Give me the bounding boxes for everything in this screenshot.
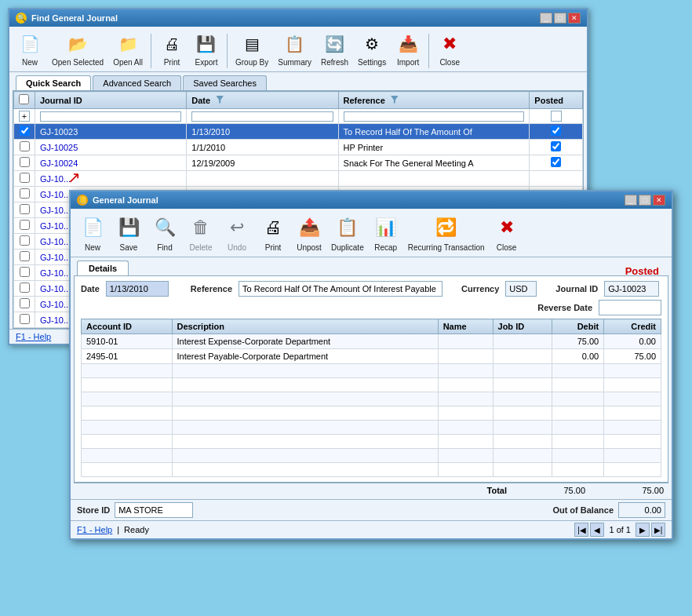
posted-filter-checkbox[interactable] xyxy=(551,111,562,122)
cell-reference: HP Printer xyxy=(338,140,530,155)
transaction-table: Account ID Description Name Job ID Debit… xyxy=(81,319,661,477)
row-checkbox[interactable] xyxy=(20,157,30,167)
toolbar-import[interactable]: 📥 Import xyxy=(392,30,424,68)
filter-reference-input[interactable] xyxy=(344,111,525,122)
posted-checkbox[interactable] xyxy=(551,126,561,136)
row-checkbox[interactable] xyxy=(20,188,30,199)
cell-journal-id: GJ-10023 xyxy=(35,124,187,140)
toolbar-export[interactable]: 💾 Export xyxy=(191,30,222,68)
txn-empty-cell xyxy=(493,392,552,406)
close-icon: ✖ xyxy=(437,31,462,56)
filter-row-checkbox: + xyxy=(14,109,35,124)
gj-toolbar-unpost[interactable]: 📤 Unpost xyxy=(292,212,326,253)
journal-id-field[interactable] xyxy=(604,281,659,297)
nav-last-button[interactable]: ▶| xyxy=(651,523,665,537)
select-all-checkbox[interactable] xyxy=(19,94,29,104)
nav-prev-button[interactable]: ◀ xyxy=(590,523,604,537)
gj-toolbar-recurring[interactable]: 🔁 Recurring Transaction xyxy=(405,212,488,253)
txn-empty-row xyxy=(82,449,661,463)
out-of-balance-label: Out of Balance xyxy=(552,505,614,515)
reference-filter-icon[interactable] xyxy=(391,96,399,104)
txn-empty-cell xyxy=(172,406,438,421)
nav-first-button[interactable]: |◀ xyxy=(574,523,588,537)
col-account-id: Account ID xyxy=(82,319,173,334)
row-checkbox[interactable] xyxy=(20,235,30,246)
gj-toolbar-undo[interactable]: ↩ Undo xyxy=(220,212,254,253)
gj-minimize-button[interactable]: _ xyxy=(625,195,637,206)
table-row[interactable]: GJ-100251/1/2010HP Printer xyxy=(14,140,583,155)
txn-empty-cell xyxy=(172,421,438,435)
gj-restore-button[interactable]: □ xyxy=(639,195,651,206)
tab-quick-search[interactable]: Quick Search xyxy=(16,75,91,90)
row-checkbox[interactable] xyxy=(20,298,30,308)
txn-empty-cell xyxy=(604,421,661,435)
gj-toolbar-close[interactable]: ✖ Close xyxy=(490,212,524,253)
posted-checkbox[interactable] xyxy=(551,141,561,151)
row-checkbox-cell xyxy=(14,202,35,218)
row-checkbox[interactable] xyxy=(20,126,30,136)
gj-toolbar-recap[interactable]: 📊 Recap xyxy=(369,212,403,253)
filter-journal-id-input[interactable] xyxy=(40,111,181,122)
gj-toolbar-find[interactable]: 🔍 Find xyxy=(148,212,182,253)
row-checkbox[interactable] xyxy=(20,220,30,230)
toolbar-settings[interactable]: ⚙ Settings xyxy=(355,30,389,68)
gj-toolbar-new[interactable]: 📄 New xyxy=(75,212,110,253)
txn-row[interactable]: 5910-01Interest Expense-Corporate Depart… xyxy=(82,334,661,349)
row-checkbox[interactable] xyxy=(20,282,30,293)
find-close-button[interactable]: ✕ xyxy=(568,13,581,24)
date-field[interactable] xyxy=(106,281,169,297)
gj-help-link[interactable]: F1 - Help xyxy=(77,525,112,534)
row-checkbox[interactable] xyxy=(20,267,30,277)
gj-toolbar-duplicate[interactable]: 📋 Duplicate xyxy=(328,212,367,253)
toolbar-close[interactable]: ✖ Close xyxy=(434,30,465,68)
gj-toolbar-print[interactable]: 🖨 Print xyxy=(256,212,290,253)
toolbar-print[interactable]: 🖨 Print xyxy=(156,30,188,68)
txn-empty-cell xyxy=(438,421,493,435)
currency-field[interactable] xyxy=(505,281,537,297)
row-checkbox-cell xyxy=(14,155,35,171)
row-checkbox[interactable] xyxy=(20,251,30,261)
txn-empty-cell xyxy=(493,378,552,392)
gj-toolbar-save[interactable]: 💾 Save xyxy=(111,212,146,253)
txn-empty-cell xyxy=(493,421,552,435)
find-window-controls: _ □ ✕ xyxy=(540,13,581,24)
filter-date-input[interactable] xyxy=(191,111,333,122)
row-checkbox[interactable] xyxy=(20,173,30,183)
expand-icon[interactable]: + xyxy=(19,111,30,122)
reference-field[interactable] xyxy=(239,281,443,297)
toolbar-refresh[interactable]: 🔄 Refresh xyxy=(318,30,351,68)
row-checkbox[interactable] xyxy=(20,141,30,151)
reverse-date-field[interactable] xyxy=(599,300,661,315)
gj-close-button[interactable]: ✕ xyxy=(653,195,665,206)
row-checkbox-cell xyxy=(14,312,35,328)
toolbar-summary[interactable]: 📋 Summary xyxy=(275,30,315,68)
txn-empty-cell xyxy=(552,421,604,435)
help-link[interactable]: F1 - Help xyxy=(16,332,51,341)
toolbar-open-selected[interactable]: 📂 Open Selected xyxy=(49,30,107,68)
txn-empty-cell xyxy=(493,364,552,378)
col-posted: Posted xyxy=(530,92,583,109)
posted-checkbox[interactable] xyxy=(551,157,561,167)
table-row[interactable]: GJ-1002412/19/2009Snack For The General … xyxy=(14,155,583,171)
row-checkbox[interactable] xyxy=(20,314,30,324)
toolbar-group-by[interactable]: ▤ Group By xyxy=(232,30,271,68)
toolbar-open-all[interactable]: 📁 Open All xyxy=(110,30,146,68)
find-restore-button[interactable]: □ xyxy=(554,13,566,24)
tab-saved-searches[interactable]: Saved Searches xyxy=(183,75,267,90)
store-id-field[interactable] xyxy=(115,502,193,518)
reverse-date-label: Reverse Date xyxy=(537,303,592,312)
row-checkbox-cell xyxy=(14,297,35,312)
date-filter-icon[interactable] xyxy=(216,96,224,104)
filter-date xyxy=(187,109,338,124)
tab-advanced-search[interactable]: Advanced Search xyxy=(93,75,181,90)
table-row[interactable]: GJ-100231/13/2010To Record Half Of The A… xyxy=(14,124,583,140)
txn-empty-cell xyxy=(82,392,173,406)
txn-row[interactable]: 2495-01Interest Payable-Corporate Depart… xyxy=(82,349,661,364)
nav-next-button[interactable]: ▶ xyxy=(636,523,650,537)
row-checkbox[interactable] xyxy=(20,204,30,214)
details-tab[interactable]: Details xyxy=(77,261,129,275)
toolbar-new[interactable]: 📄 New xyxy=(14,30,46,68)
gj-toolbar-delete[interactable]: 🗑 Delete xyxy=(184,212,218,253)
table-row[interactable]: GJ-10... xyxy=(14,171,583,187)
find-minimize-button[interactable]: _ xyxy=(540,13,552,24)
